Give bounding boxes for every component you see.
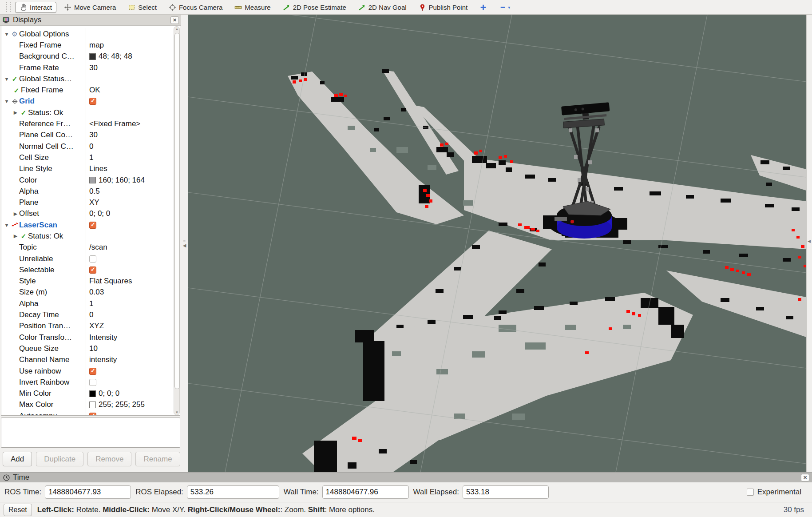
property-checkbox[interactable] — [89, 98, 96, 105]
tree-row-max-color[interactable]: Max Color255; 255; 255 — [1, 399, 180, 410]
tree-row-global-options[interactable]: ▼⚙Global Options — [1, 28, 180, 40]
property-value[interactable]: XYZ — [89, 322, 104, 330]
property-value[interactable]: 0 — [89, 142, 93, 151]
color-swatch[interactable] — [89, 177, 96, 183]
expander-open-icon[interactable]: ▼ — [3, 32, 10, 37]
right-collapse-icon[interactable]: ◀ — [808, 239, 811, 243]
property-value[interactable]: 48; 48; 48 — [99, 52, 132, 61]
scroll-down-icon[interactable]: ▼ — [175, 410, 179, 414]
property-value[interactable]: XY — [89, 198, 99, 207]
tree-row-invert-rainbow[interactable]: Invert Rainbow — [1, 377, 180, 388]
tool-2d-nav-goal-button[interactable]: 2D Nav Goal — [354, 2, 411, 13]
displays-close-button[interactable]: ✕ — [170, 16, 179, 24]
tool-focus-camera-button[interactable]: Focus Camera — [164, 2, 227, 13]
property-value[interactable]: <Fixed Frame> — [89, 119, 140, 128]
tool-measure-button[interactable]: Measure — [230, 2, 275, 13]
tree-row-plane-cell-co-[interactable]: Plane Cell Co…30 — [1, 130, 180, 141]
property-value[interactable]: 30 — [89, 131, 98, 139]
right-panel-strip[interactable]: ◀ — [806, 15, 812, 472]
property-value[interactable]: Intensity — [89, 333, 117, 342]
scroll-up-icon[interactable]: ▲ — [175, 27, 179, 31]
property-value[interactable]: 1 — [89, 299, 93, 308]
expander-closed-icon[interactable]: ▶ — [12, 110, 19, 115]
wall-elapsed-input[interactable] — [463, 485, 549, 499]
property-value[interactable]: Flat Squares — [89, 277, 132, 286]
expander-open-icon[interactable]: ▼ — [3, 99, 10, 104]
color-swatch[interactable] — [89, 390, 96, 397]
tree-row-background-c-[interactable]: Background C…48; 48; 48 — [1, 51, 180, 62]
tree-row-topic[interactable]: Topic/scan — [1, 242, 180, 253]
property-value[interactable]: 160; 160; 164 — [99, 176, 145, 185]
tree-row-reference-fr-[interactable]: Reference Fr…<Fixed Frame> — [1, 118, 180, 129]
property-value[interactable]: 255; 255; 255 — [99, 400, 145, 409]
tree-row-cell-size[interactable]: Cell Size1 — [1, 152, 180, 163]
tree-row-min-color[interactable]: Min Color0; 0; 0 — [1, 388, 180, 399]
tree-row-grid[interactable]: ▼Grid — [1, 96, 180, 107]
tree-row-decay-time[interactable]: Decay Time0 — [1, 309, 180, 320]
tree-row-size-m-[interactable]: Size (m)0.03 — [1, 287, 180, 298]
tree-row-fixed-frame[interactable]: Fixed Framemap — [1, 40, 180, 51]
tree-row-selectable[interactable]: Selectable — [1, 264, 180, 275]
tree-row-normal-cell-c-[interactable]: Normal Cell C…0 — [1, 141, 180, 152]
rename-button[interactable]: Rename — [135, 452, 180, 466]
experimental-checkbox[interactable] — [747, 489, 754, 496]
tree-row-line-style[interactable]: Line StyleLines — [1, 163, 180, 175]
property-value[interactable]: intensity — [89, 355, 117, 364]
toolbar-grip[interactable] — [6, 2, 11, 12]
tree-row-alpha[interactable]: Alpha0.5 — [1, 186, 180, 197]
tool-publish-point-button[interactable]: Publish Point — [414, 2, 472, 13]
tree-row-queue-size[interactable]: Queue Size10 — [1, 343, 180, 354]
panel-splitter[interactable]: ≡◀ — [181, 15, 188, 472]
3d-viewport[interactable] — [188, 15, 806, 472]
property-checkbox[interactable] — [89, 222, 96, 229]
ros-time-input[interactable] — [45, 485, 131, 499]
time-close-button[interactable]: ✕ — [801, 474, 809, 481]
property-value[interactable]: map — [89, 41, 104, 50]
tree-row-laserscan[interactable]: ▼LaserScan — [1, 219, 180, 231]
duplicate-button[interactable]: Duplicate — [36, 452, 83, 466]
remove-button[interactable]: Remove — [87, 452, 131, 466]
splitter-collapse-icon[interactable]: ≡◀ — [182, 239, 187, 248]
property-value[interactable]: 0 — [89, 310, 93, 319]
property-value[interactable]: 0.03 — [89, 288, 104, 297]
property-value[interactable]: 0; 0; 0 — [99, 389, 119, 398]
property-value[interactable]: 30 — [89, 64, 98, 72]
color-swatch[interactable] — [89, 53, 96, 60]
property-checkbox[interactable] — [89, 255, 96, 262]
tree-row-autocompu-[interactable]: Autocompu… — [1, 410, 180, 416]
displays-scrollbar-thumb[interactable] — [174, 33, 180, 389]
tree-row-use-rainbow[interactable]: Use rainbow — [1, 366, 180, 377]
property-value[interactable]: /scan — [89, 243, 107, 252]
tree-row-global-status-[interactable]: ▼✓Global Status… — [1, 73, 180, 84]
ros-elapsed-input[interactable] — [187, 485, 279, 499]
expander-closed-icon[interactable]: ▶ — [12, 233, 19, 239]
add-button[interactable]: Add — [3, 452, 32, 466]
property-checkbox[interactable] — [89, 413, 96, 416]
expander-closed-icon[interactable]: ▶ — [12, 211, 19, 217]
property-value[interactable]: 0; 0; 0 — [89, 209, 110, 218]
property-value[interactable]: 0.5 — [89, 187, 100, 196]
color-swatch[interactable] — [89, 402, 96, 408]
tool-minus-button[interactable]: ▾ — [495, 2, 515, 13]
property-value[interactable]: 10 — [89, 344, 98, 353]
expander-open-icon[interactable]: ▼ — [3, 76, 10, 82]
tree-row-unreliable[interactable]: Unreliable — [1, 253, 180, 264]
tree-row-channel-name[interactable]: Channel Nameintensity — [1, 354, 180, 366]
tool-2d-pose-estimate-button[interactable]: 2D Pose Estimate — [278, 2, 351, 13]
tool-select-button[interactable]: Select — [123, 2, 161, 13]
expander-open-icon[interactable]: ▼ — [3, 223, 10, 228]
tree-row-color[interactable]: Color160; 160; 164 — [1, 175, 180, 186]
chevron-down-icon[interactable]: ▾ — [508, 5, 510, 10]
tree-row-position-tran-[interactable]: Position Tran…XYZ — [1, 321, 180, 332]
property-value[interactable]: OK — [89, 86, 100, 95]
wall-time-input[interactable] — [322, 485, 409, 499]
tree-row-frame-rate[interactable]: Frame Rate30 — [1, 62, 180, 73]
property-checkbox[interactable] — [89, 379, 96, 386]
tree-row-status-ok[interactable]: ▶✓Status: Ok — [1, 107, 180, 118]
property-value[interactable]: Lines — [89, 164, 107, 173]
tree-row-fixed-frame[interactable]: ✓Fixed FrameOK — [1, 84, 180, 95]
displays-scrollbar[interactable]: ▲ ▼ — [174, 26, 180, 415]
tool-interact-button[interactable]: Interact — [15, 2, 56, 13]
tool-plus-button[interactable] — [475, 2, 491, 13]
tree-row-style[interactable]: StyleFlat Squares — [1, 276, 180, 287]
